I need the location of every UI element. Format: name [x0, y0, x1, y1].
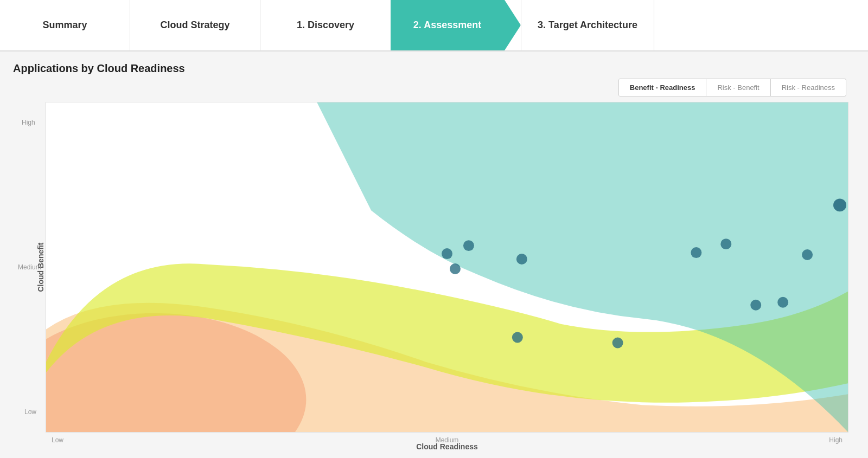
tab-cloud-strategy-label: Cloud Strategy	[160, 20, 229, 31]
x-tick-low: Low	[52, 436, 63, 444]
x-tick-high: High	[829, 436, 843, 444]
data-point-7	[691, 247, 701, 258]
tab-assessment[interactable]: 2. Assessment	[391, 0, 521, 50]
tab-target-architecture-label: 3. Target Architecture	[538, 20, 637, 31]
toggle-benefit-readiness[interactable]: Benefit - Readiness	[619, 79, 707, 96]
toggle-risk-benefit[interactable]: Risk - Benefit	[706, 79, 770, 96]
main-content: Applications by Cloud Readiness Benefit …	[0, 51, 868, 458]
section-title: Applications by Cloud Readiness	[13, 62, 855, 75]
data-point-2	[463, 240, 474, 251]
data-point-6	[612, 338, 623, 349]
tab-target-architecture[interactable]: 3. Target Architecture	[521, 0, 654, 50]
chart-svg	[46, 102, 848, 432]
data-point-12	[833, 198, 846, 211]
tab-discovery[interactable]: 1. Discovery	[260, 0, 391, 50]
data-point-3	[450, 263, 461, 274]
scatter-chart: Cloud Benefit High Medium Low Low Medium…	[46, 102, 848, 433]
tab-cloud-strategy[interactable]: Cloud Strategy	[130, 0, 260, 50]
y-tick-medium: Medium	[18, 263, 41, 271]
data-point-5	[512, 332, 523, 343]
y-tick-high: High	[22, 119, 35, 126]
data-point-11	[802, 249, 813, 260]
data-point-8	[720, 238, 731, 249]
chart-toggle-group: Benefit - Readiness Risk - Benefit Risk …	[618, 79, 846, 96]
data-point-4	[516, 254, 527, 265]
data-point-9	[750, 300, 761, 311]
tab-summary-label: Summary	[42, 20, 87, 31]
x-axis-label: Cloud Readiness	[416, 442, 478, 451]
toggle-risk-readiness[interactable]: Risk - Readiness	[771, 79, 846, 96]
data-point-1	[442, 248, 452, 259]
data-point-10	[777, 297, 788, 308]
chart-wrapper: Cloud Benefit High Medium Low Low Medium…	[13, 102, 855, 433]
y-tick-low: Low	[24, 408, 36, 416]
tab-discovery-label: 1. Discovery	[297, 20, 354, 31]
tab-assessment-label: 2. Assessment	[413, 20, 481, 31]
tab-summary[interactable]: Summary	[0, 0, 130, 50]
navigation-bar: Summary Cloud Strategy 1. Discovery 2. A…	[0, 0, 868, 51]
